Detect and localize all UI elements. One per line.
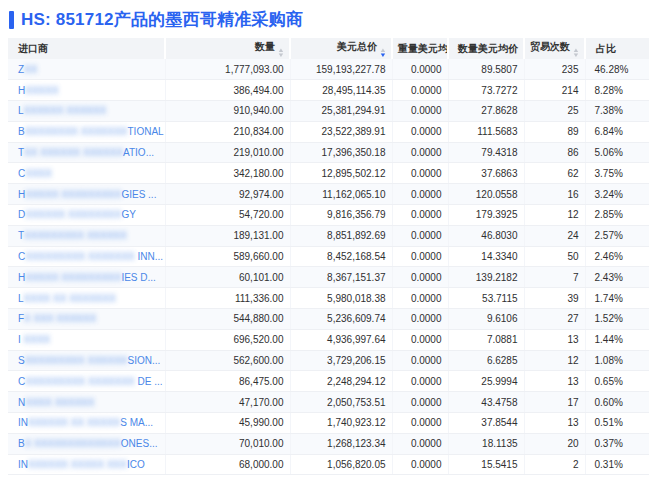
- trade-count-cell: 17: [524, 392, 585, 413]
- sort-icon-usd-total[interactable]: ▲▼: [380, 48, 386, 58]
- qty-avg-cell: 120.0558: [448, 184, 524, 205]
- importer-cell: DXXXXXX XXXXXXXXGY: [8, 205, 165, 226]
- table-row: SXXXXXXXXX XXXXXXSION... 562,600.00 3,72…: [8, 350, 649, 371]
- importer-link[interactable]: CXXXXXXXXX XXXXXXX DE ...: [18, 376, 163, 387]
- sort-down-icon: ▼: [277, 53, 284, 58]
- importer-link[interactable]: BX XXXXXXXXXXXXXONES...: [18, 438, 158, 449]
- share-cell: 2.85%: [585, 205, 649, 226]
- importer-link[interactable]: CXXXXXXXXX XXXXXXX INN...: [18, 251, 163, 262]
- col-header-importer: 进口商: [8, 38, 165, 59]
- importer-visible-text: L: [18, 105, 24, 116]
- importer-link[interactable]: HXXXXX XXXXXXXXXIES D...: [18, 272, 156, 283]
- share-cell: 0.65%: [585, 371, 649, 392]
- qty-avg-cell: 9.6106: [448, 309, 524, 330]
- trade-count-cell: 20: [524, 433, 585, 454]
- table-row: LXXXX XX XXXXXXX 111,336.00 5,980,018.38…: [8, 288, 649, 309]
- qty-avg-cell: 43.4758: [448, 392, 524, 413]
- weight-avg-cell: 0.0000: [392, 454, 448, 475]
- weight-avg-cell: 0.0000: [392, 101, 448, 122]
- weight-avg-cell: 0.0000: [392, 80, 448, 101]
- importer-redacted-text: X XXX XXXXXX: [24, 313, 96, 324]
- qty-avg-cell: 53.7115: [448, 288, 524, 309]
- trade-count-cell: 235: [524, 59, 585, 80]
- usd-total-cell: 5,980,018.38: [290, 288, 392, 309]
- importer-redacted-text: XXXXX XXXXXXXXX: [25, 189, 121, 200]
- trade-count-cell: 13: [524, 329, 585, 350]
- usd-total-cell: 11,162,065.10: [290, 184, 392, 205]
- importer-cell: LXXXX XX XXXXXXX: [8, 288, 165, 309]
- weight-avg-cell: 0.0000: [392, 225, 448, 246]
- importer-link[interactable]: TXX XXXXXX XXXXXXATIO...: [18, 147, 154, 158]
- importer-link[interactable]: BXXXXXXXX XXXXXXXTIONAL: [18, 126, 164, 137]
- importer-redacted-text: XXXX: [25, 168, 52, 179]
- share-cell: 3.75%: [585, 163, 649, 184]
- importer-cell: BXXXXXXXX XXXXXXXTIONAL: [8, 121, 165, 142]
- share-cell: 2.46%: [585, 246, 649, 267]
- importer-redacted-text: XXXXXX XX XXXXX: [28, 417, 120, 428]
- importer-redacted-text: XXXX XX XXXXXXX: [24, 293, 116, 304]
- col-header-usd-total[interactable]: 美元总价▲▼: [290, 38, 392, 59]
- quantity-cell: 342,180.00: [165, 163, 290, 184]
- col-header-label: 进口商: [18, 43, 48, 54]
- col-header-weight-avg-price: 重量美元均价: [392, 38, 448, 59]
- quantity-cell: 544,880.00: [165, 309, 290, 330]
- weight-avg-cell: 0.0000: [392, 288, 448, 309]
- sort-icon-trade-count[interactable]: ▲▼: [573, 48, 579, 58]
- importer-redacted-text: XXXXXXXXX XXXXXX: [24, 230, 127, 241]
- importer-link[interactable]: I XXXX: [18, 334, 50, 345]
- importer-cell: HXXXXX XXXXXXXXXIES D...: [8, 267, 165, 288]
- qty-avg-cell: 46.8030: [448, 225, 524, 246]
- importer-link[interactable]: INXXXXXX XXXXX XXXICO: [18, 459, 145, 470]
- importer-link[interactable]: SXXXXXXXXX XXXXXXSION...: [18, 355, 160, 366]
- weight-avg-cell: 0.0000: [392, 267, 448, 288]
- usd-total-cell: 28,495,114.35: [290, 80, 392, 101]
- importer-link[interactable]: CXXXX: [18, 168, 52, 179]
- importer-link[interactable]: INXXXXXX XX XXXXXS MA...: [18, 417, 153, 428]
- sort-icon-quantity[interactable]: ▲▼: [278, 48, 284, 58]
- qty-avg-cell: 139.2182: [448, 267, 524, 288]
- weight-avg-cell: 0.0000: [392, 329, 448, 350]
- trade-count-cell: 7: [524, 267, 585, 288]
- qty-avg-cell: 37.6863: [448, 163, 524, 184]
- table-row: BX XXXXXXXXXXXXXONES... 70,010.00 1,268,…: [8, 433, 649, 454]
- importer-visible-text: L: [18, 293, 24, 304]
- importer-visible-text: IES D...: [121, 272, 155, 283]
- share-cell: 0.51%: [585, 413, 649, 434]
- share-cell: 8.28%: [585, 80, 649, 101]
- col-header-trade-count[interactable]: 贸易次数▲▼: [524, 38, 585, 59]
- importer-visible-text: B: [18, 126, 25, 137]
- importer-link[interactable]: LXXXX XX XXXXXXX: [18, 293, 116, 304]
- share-cell: 2.43%: [585, 267, 649, 288]
- trade-count-cell: 62: [524, 163, 585, 184]
- importer-visible-text: S MA...: [120, 417, 153, 428]
- importer-link[interactable]: NXXXX XXXXXX: [18, 397, 95, 408]
- col-header-label: 数量美元均价: [458, 43, 518, 54]
- importer-link[interactable]: DXXXXXX XXXXXXXXGY: [18, 209, 136, 220]
- importer-link[interactable]: FX XXX XXXXXX: [18, 313, 96, 324]
- importer-link[interactable]: HXXXXX: [18, 85, 59, 96]
- importer-visible-text: ONES...: [121, 438, 158, 449]
- importer-link[interactable]: LXXXXXX XXXXXX: [18, 105, 106, 116]
- usd-total-cell: 9,816,356.79: [290, 205, 392, 226]
- importer-cell: TXX XXXXXX XXXXXXATIO...: [8, 142, 165, 163]
- importer-link[interactable]: ZXX: [18, 64, 37, 75]
- page-title: HS: 851712产品的墨西哥精准采购商: [21, 9, 303, 31]
- table-header-row: 进口商 数量▲▼ 美元总价▲▼ 重量美元均价 数量美元均价 贸易次数▲▼: [8, 38, 649, 59]
- importer-cell: BX XXXXXXXXXXXXXONES...: [8, 433, 165, 454]
- col-header-quantity[interactable]: 数量▲▼: [165, 38, 290, 59]
- importer-cell: ZXX: [8, 59, 165, 80]
- importer-cell: INXXXXXX XXXXX XXXICO: [8, 454, 165, 475]
- importer-redacted-text: XXXXXX XXXXX XXX: [28, 459, 127, 470]
- importer-link[interactable]: TXXXXXXXXX XXXXXX: [18, 230, 127, 241]
- usd-total-cell: 1,740,923.12: [290, 413, 392, 434]
- usd-total-cell: 8,452,168.54: [290, 246, 392, 267]
- importer-cell: LXXXXXX XXXXXX: [8, 101, 165, 122]
- usd-total-cell: 8,851,892.69: [290, 225, 392, 246]
- importer-link[interactable]: HXXXXX XXXXXXXXXGIES ...: [18, 189, 156, 200]
- share-cell: 0.37%: [585, 433, 649, 454]
- trade-count-cell: 16: [524, 184, 585, 205]
- table-body: ZXX 1,777,093.00 159,193,227.78 0.0000 8…: [8, 59, 649, 475]
- quantity-cell: 210,834.00: [165, 121, 290, 142]
- usd-total-cell: 1,056,820.05: [290, 454, 392, 475]
- quantity-cell: 92,974.00: [165, 184, 290, 205]
